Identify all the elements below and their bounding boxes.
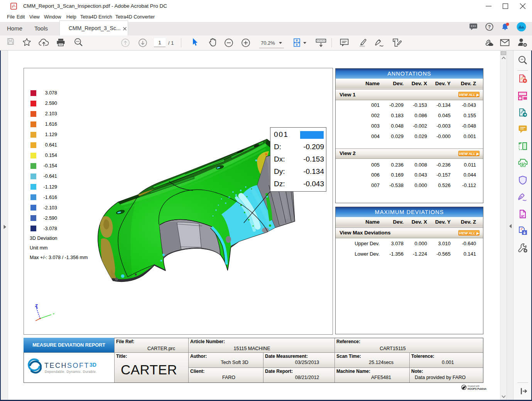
svg-text:?: ? <box>488 24 491 30</box>
